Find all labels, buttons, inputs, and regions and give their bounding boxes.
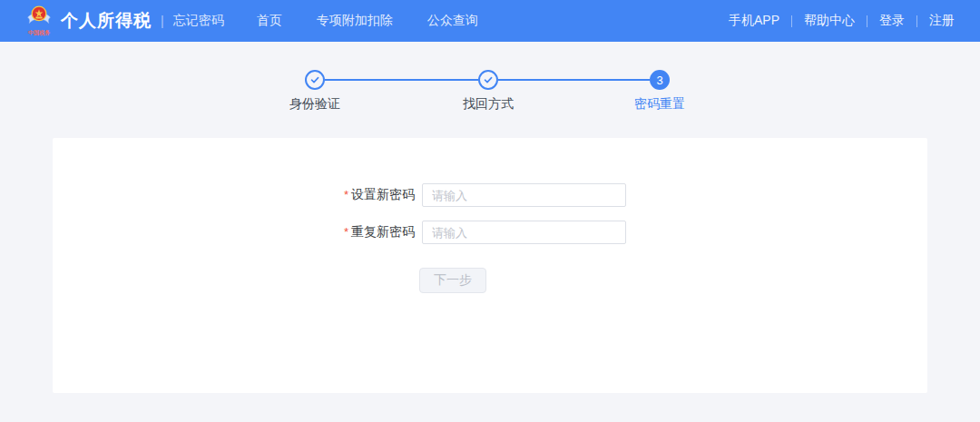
- main-nav: 首页 专项附加扣除 公众查询: [257, 13, 513, 29]
- link-mobile-app[interactable]: 手机APP: [729, 13, 779, 29]
- step-label-password-reset: 密码重置: [605, 96, 714, 113]
- title-divider: |: [161, 14, 164, 28]
- site-logo[interactable]: 中国税务 个人所得税 | 忘记密码: [25, 3, 224, 39]
- next-step-button[interactable]: 下一步: [419, 268, 486, 293]
- step-connector: [325, 79, 478, 81]
- repeat-password-input[interactable]: [422, 221, 626, 244]
- link-register[interactable]: 注册: [929, 13, 955, 29]
- password-reset-page: 中国税务 个人所得税 | 忘记密码 首页 专项附加扣除 公众查询 手机APP 帮…: [0, 0, 980, 422]
- top-header-bar: 中国税务 个人所得税 | 忘记密码 首页 专项附加扣除 公众查询 手机APP 帮…: [0, 0, 980, 42]
- form-row-new-password: *设置新密码: [53, 183, 626, 207]
- required-mark: *: [344, 188, 348, 201]
- progress-stepper: 3 身份验证 找回方式 密码重置: [0, 42, 980, 138]
- header-links: 手机APP 帮助中心 登录 注册: [729, 13, 955, 29]
- nav-item-home[interactable]: 首页: [257, 13, 282, 29]
- step-3-number-badge: 3: [650, 70, 670, 90]
- link-login[interactable]: 登录: [879, 13, 905, 29]
- step-2-check-icon: [478, 70, 498, 90]
- link-separator: [791, 15, 792, 27]
- repeat-password-label-text: 重复新密码: [351, 224, 415, 239]
- step-label-recovery-method: 找回方式: [434, 96, 543, 113]
- nav-item-public-inquiry[interactable]: 公众查询: [427, 13, 478, 29]
- repeat-password-label: *重复新密码: [53, 224, 415, 240]
- site-title: 个人所得税: [61, 9, 152, 33]
- page-subtitle: 忘记密码: [173, 13, 224, 29]
- china-tax-emblem-icon: 中国税务: [25, 5, 53, 39]
- step-label-identity-verification: 身份验证: [260, 96, 369, 113]
- link-separator: [867, 15, 867, 27]
- nav-item-special-deduction[interactable]: 专项附加扣除: [317, 13, 393, 29]
- step-1-check-icon: [305, 70, 325, 90]
- form-row-repeat-password: *重复新密码: [53, 221, 626, 244]
- password-reset-card: *设置新密码 *重复新密码 下一步: [53, 138, 927, 393]
- step-connector: [498, 79, 650, 81]
- required-mark: *: [344, 225, 348, 239]
- new-password-input[interactable]: [422, 183, 626, 207]
- new-password-label: *设置新密码: [53, 187, 415, 203]
- new-password-label-text: 设置新密码: [351, 187, 415, 201]
- link-help-center[interactable]: 帮助中心: [804, 13, 855, 29]
- emblem-caption: 中国税务: [28, 30, 50, 36]
- link-separator: [916, 15, 917, 27]
